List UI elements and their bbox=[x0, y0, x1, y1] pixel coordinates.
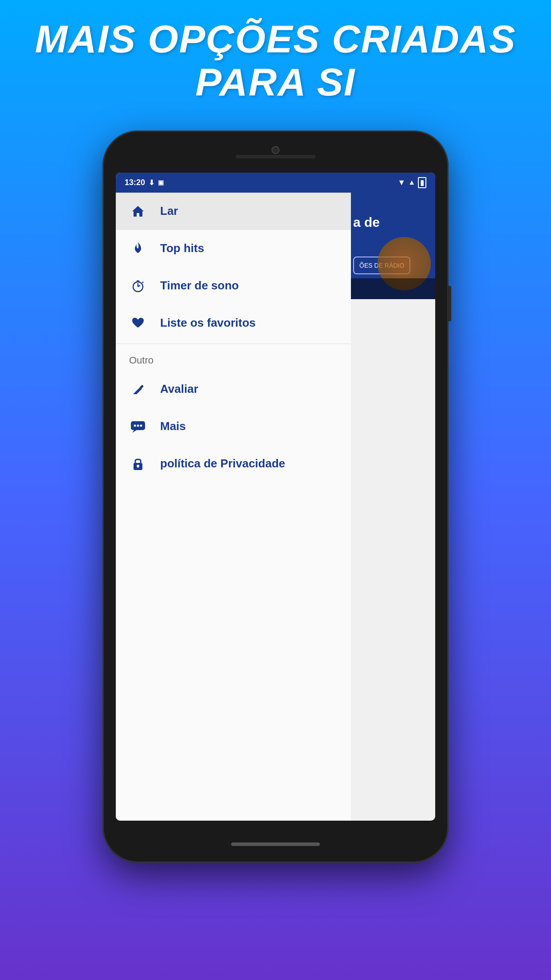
menu-item-top-hits[interactable]: Top hits bbox=[116, 230, 351, 267]
svg-point-12 bbox=[140, 424, 142, 427]
download-icon: ⬇ bbox=[149, 178, 154, 187]
right-panel-text: a de bbox=[353, 215, 380, 230]
menu-other-section: Outro Avaliar bbox=[116, 346, 351, 482]
headline: MAIS OPÇÕES CRIADAS PARA SI bbox=[8, 18, 543, 104]
phone-home-bar bbox=[231, 842, 320, 846]
svg-line-6 bbox=[142, 282, 143, 283]
timer-icon bbox=[129, 277, 147, 295]
phone-speaker bbox=[236, 155, 315, 158]
sim-icon: ▣ bbox=[158, 179, 164, 186]
menu-item-privacy[interactable]: política de Privacidade bbox=[116, 445, 351, 482]
menu-label-favorites: Liste os favoritos bbox=[160, 316, 256, 330]
wifi-icon: ▼ bbox=[398, 178, 405, 187]
lock-icon bbox=[129, 455, 147, 473]
menu-label-sleep-timer: Timer de sono bbox=[160, 279, 239, 292]
svg-rect-15 bbox=[138, 466, 138, 468]
menu-label-home: Lar bbox=[160, 204, 178, 218]
menu-item-sleep-timer[interactable]: Timer de sono bbox=[116, 267, 351, 304]
menu-divider bbox=[116, 344, 351, 344]
section-other-title: Outro bbox=[116, 346, 351, 371]
menu-label-more: Mais bbox=[160, 419, 186, 433]
phone-shell: 13:20 ⬇ ▣ ▼ ▲ ▮ bbox=[102, 130, 449, 863]
phone-side-button bbox=[448, 286, 451, 321]
menu-label-rate: Avaliar bbox=[160, 382, 198, 396]
svg-point-10 bbox=[134, 424, 136, 427]
status-time: 13:20 bbox=[125, 178, 145, 187]
home-icon bbox=[129, 202, 147, 220]
menu-label-privacy: política de Privacidade bbox=[160, 457, 285, 470]
phone-screen: 13:20 ⬇ ▣ ▼ ▲ ▮ bbox=[116, 173, 435, 821]
menu-item-rate[interactable]: Avaliar bbox=[116, 371, 351, 408]
status-bar: 13:20 ⬇ ▣ ▼ ▲ ▮ bbox=[116, 173, 435, 193]
signal-icon: ▲ bbox=[408, 178, 415, 186]
more-icon bbox=[129, 418, 147, 435]
phone-device: 13:20 ⬇ ▣ ▼ ▲ ▮ bbox=[102, 130, 449, 863]
menu-main-section: Lar Top hits bbox=[116, 193, 351, 342]
rate-icon bbox=[129, 380, 147, 398]
headline-line2: PARA SI bbox=[35, 61, 516, 104]
heart-icon bbox=[129, 314, 147, 332]
svg-point-11 bbox=[137, 424, 139, 427]
menu-label-top-hits: Top hits bbox=[160, 241, 204, 255]
fire-icon bbox=[129, 240, 147, 257]
svg-marker-0 bbox=[132, 206, 144, 217]
menu-item-more[interactable]: Mais bbox=[116, 408, 351, 445]
navigation-drawer: Lar Top hits bbox=[116, 193, 351, 821]
svg-marker-9 bbox=[132, 430, 137, 433]
phone-camera bbox=[272, 146, 279, 154]
menu-item-home[interactable]: Lar bbox=[116, 193, 351, 230]
battery-icon: ▮ bbox=[418, 177, 426, 188]
menu-item-favorites[interactable]: Liste os favoritos bbox=[116, 304, 351, 342]
headline-line1: MAIS OPÇÕES CRIADAS bbox=[35, 18, 516, 61]
